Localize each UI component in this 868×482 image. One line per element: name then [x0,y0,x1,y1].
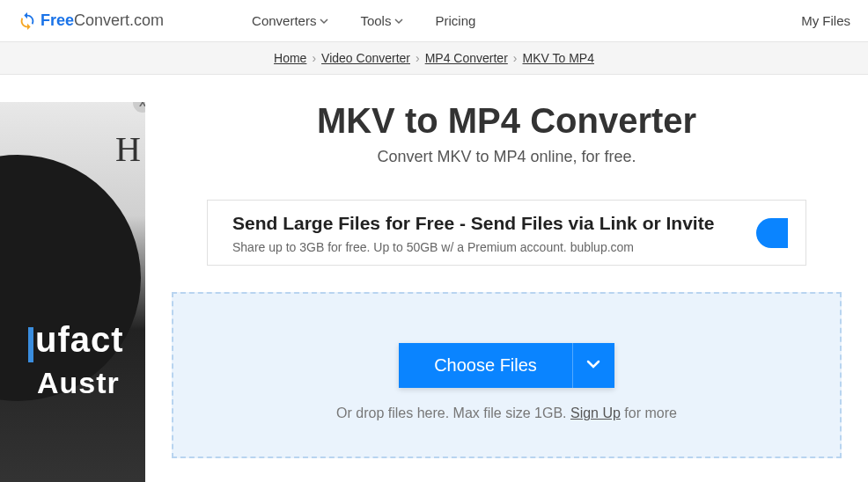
left-sidebar-ad[interactable]: X H ufact Austr [0,102,145,476]
nav-myfiles-label: My Files [801,13,850,28]
choose-files-dropdown[interactable] [572,343,614,388]
chevron-right-icon: › [312,51,316,65]
inline-ad-button[interactable] [756,218,788,248]
logo-text-com: .com [129,11,164,30]
upload-dropzone[interactable]: Choose Files Or drop files here. Max fil… [172,292,842,458]
breadcrumb-mp4-converter[interactable]: MP4 Converter [425,51,508,65]
choose-files-group: Choose Files [399,343,614,388]
chevron-down-icon [394,13,403,28]
chevron-down-icon [320,13,328,28]
logo-text-convert: Convert [74,11,129,30]
inline-ad-title: Send Large Files for Free - Send Files v… [232,211,742,235]
nav-myfiles[interactable]: My Files [801,13,850,28]
ad-text-line1: ufact [35,320,124,360]
signup-link[interactable]: Sign Up [570,405,621,420]
drop-hint: Or drop files here. Max file size 1GB. S… [191,405,822,421]
nav-converters-label: Converters [252,13,316,28]
drop-hint-suffix: for more [621,405,677,420]
inline-ad[interactable]: Send Large Files for Free - Send Files v… [207,200,806,266]
choose-files-button[interactable]: Choose Files [399,343,572,388]
ad-letter: H [115,128,141,170]
page-title: MKV to MP4 Converter [172,101,842,141]
breadcrumb-home[interactable]: Home [274,51,306,65]
nav-tools[interactable]: Tools [360,13,403,28]
chevron-down-icon [585,356,601,376]
breadcrumb-current: MKV To MP4 [523,51,594,65]
breadcrumb: Home › Video Converter › MP4 Converter ›… [0,51,868,65]
nav-links: Converters Tools Pricing [252,13,475,28]
logo-text-free: Free [40,11,74,30]
nav-tools-label: Tools [360,13,391,28]
nav-pricing-label: Pricing [435,13,475,28]
ad-close-button[interactable]: X [133,102,145,113]
chevron-right-icon: › [513,51,518,65]
main-content: MKV to MP4 Converter Convert MKV to MP4 … [145,75,868,476]
breadcrumb-bar: Home › Video Converter › MP4 Converter ›… [0,42,868,75]
inline-ad-text: Send Large Files for Free - Send Files v… [232,211,742,254]
refresh-icon [18,11,37,31]
top-nav: FreeConvert.com Converters Tools Pricing… [0,0,868,42]
nav-pricing[interactable]: Pricing [435,13,475,28]
logo[interactable]: FreeConvert.com [18,11,164,31]
drop-hint-prefix: Or drop files here. Max file size 1GB. [336,405,570,420]
nav-converters[interactable]: Converters [252,13,328,28]
breadcrumb-video-converter[interactable]: Video Converter [321,51,410,65]
page-subtitle: Convert MKV to MP4 online, for free. [172,148,842,166]
ad-graphic [0,155,141,401]
chevron-right-icon: › [416,51,420,65]
ad-text-line2: Austr [37,366,120,400]
inline-ad-subtitle: Share up to 3GB for free. Up to 50GB w/ … [232,240,742,254]
close-icon: X [139,102,145,109]
